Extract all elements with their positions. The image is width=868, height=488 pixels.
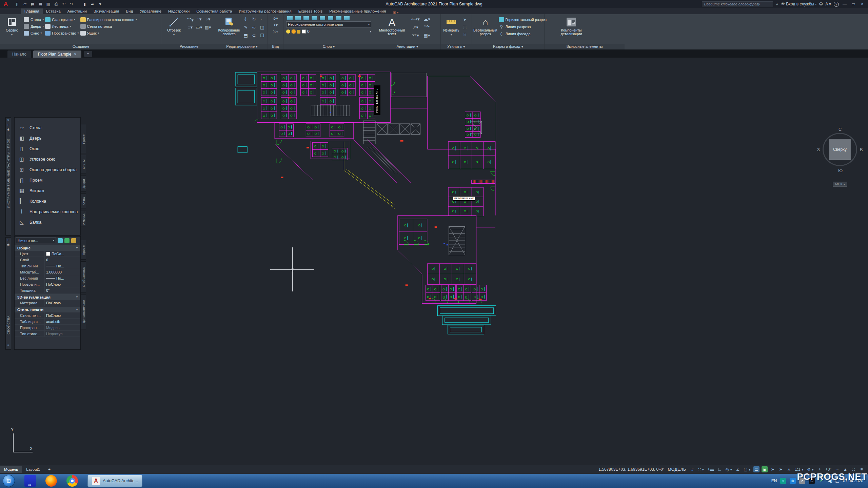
tool-door-window-assembly[interactable]: ⊞Оконно-дверная сборка <box>15 164 80 175</box>
tab-model[interactable]: Модель <box>0 466 22 473</box>
measure-button[interactable]: Измерить▾ <box>442 15 460 44</box>
palette-tab-проект[interactable]: Проект <box>81 124 86 153</box>
property-value[interactable]: 1.000000 <box>44 269 80 275</box>
dynamic-ucs-icon[interactable]: ⋏ <box>786 466 792 472</box>
property-value[interactable]: ПоСлою <box>44 300 80 306</box>
revision-cloud-icon[interactable]: ☁▾ <box>421 17 433 25</box>
tool-window[interactable]: ▯Окно <box>15 143 80 154</box>
panel-annotation-label[interactable]: Аннотации ▾ <box>374 44 440 49</box>
ribbon-tab-6[interactable]: Управление <box>136 8 165 14</box>
property-value[interactable]: ПоСлою <box>44 281 80 287</box>
section-header[interactable]: Общие▾ <box>15 245 80 251</box>
hatch-icon[interactable]: ▨▾ <box>203 25 212 33</box>
save-as-icon[interactable]: ▤ <box>38 1 43 7</box>
rectangle-icon[interactable]: ▭▾ <box>195 25 203 33</box>
leader-icon[interactable]: ↗▾ <box>410 25 421 33</box>
layer-on-icon[interactable] <box>319 16 326 20</box>
create-item-лестница[interactable]: Лестница▾ <box>45 23 79 29</box>
transparency-icon[interactable]: ▣ <box>762 466 768 472</box>
create-item-сетка-потолка[interactable]: Сетка потолка <box>80 23 137 29</box>
dimension-icon[interactable]: ⟷▾ <box>410 17 421 25</box>
viewcube-north-label[interactable]: С <box>839 127 842 132</box>
points-icon[interactable]: ∴▾ <box>195 17 203 25</box>
array-icon[interactable]: ❏ <box>258 33 266 41</box>
property-value[interactable]: Модель <box>44 325 80 330</box>
tool-custom-column[interactable]: ⅠНастраиваемая колонна <box>15 206 80 217</box>
ribbon-tab-3[interactable]: Аннотации <box>64 8 90 14</box>
polar-tracking-icon[interactable]: ◎ ▾ <box>725 466 733 472</box>
ribbon-minimize-icon[interactable]: ▣ ▾ <box>393 11 398 14</box>
palette-tab-угловы-[interactable]: Угловы... <box>81 210 86 226</box>
grid-icon[interactable]: # <box>689 466 695 472</box>
property-row[interactable]: Тип линийПо... <box>15 263 80 269</box>
view-cube-icon[interactable]: ⬙▾ <box>272 15 279 21</box>
undo-icon[interactable]: ↶ <box>61 1 67 7</box>
close-icon[interactable]: × <box>7 118 9 123</box>
panel-layers-label[interactable]: Слои ▾ <box>283 44 374 49</box>
start-button[interactable]: ⊞ <box>3 475 15 487</box>
selection-cycling-icon[interactable]: ➤ <box>770 466 776 472</box>
property-value[interactable]: ПоСл... <box>44 251 80 257</box>
property-row[interactable]: МатериалПоСлою <box>15 300 80 306</box>
tab-start[interactable]: Начало <box>7 50 31 58</box>
autocad-logo-icon[interactable]: A <box>2 1 9 7</box>
tool-opening[interactable]: ∏Проем <box>15 175 80 185</box>
create-item-стена[interactable]: Стена▾ <box>24 17 44 22</box>
match-properties-icon[interactable]: ▮ <box>82 1 87 7</box>
palette-tab-окна[interactable]: Окна <box>81 194 86 208</box>
qat-dropdown-icon[interactable]: ▾ <box>97 1 103 7</box>
layer-sun-icon[interactable] <box>292 29 296 34</box>
selection-dropdown[interactable]: Ничего не...▾ <box>16 238 56 243</box>
firefox-icon[interactable] <box>45 475 57 487</box>
layer-state-dropdown[interactable]: Несохраненное состояние слоя▾ <box>286 21 371 27</box>
vertical-section-button[interactable]: ⌂ Вертикальный разрез <box>473 15 497 44</box>
property-row[interactable]: Таблица с...acad.stb <box>15 319 80 325</box>
properties-gear-icon[interactable]: ✱ <box>7 243 9 248</box>
drawing-canvas[interactable]: PRINTER ISLANDPRINTER ISLAND С З В Ю Све… <box>0 58 868 474</box>
snap-icon[interactable]: ∷ ▾ <box>697 466 705 472</box>
property-row[interactable]: Простран...Модель <box>15 325 80 331</box>
open-web-icon[interactable]: ▥ <box>45 1 51 7</box>
layer-off-icon[interactable] <box>295 16 301 20</box>
property-value[interactable]: Недоступ... <box>44 331 80 337</box>
layer-unlock-icon[interactable] <box>297 30 300 34</box>
ribbon-tab-10[interactable]: Express Tools <box>295 8 326 14</box>
tab-layout1[interactable]: Layout1 <box>22 466 44 473</box>
palette-display-icon[interactable]: ⌗ <box>7 343 9 348</box>
model-space-badge[interactable]: МОДЕЛЬ <box>668 467 686 472</box>
tool-beam[interactable]: ◺Балка <box>15 217 80 227</box>
layer-freeze-icon[interactable] <box>311 16 317 20</box>
search-icon[interactable]: ⌕ <box>776 2 778 6</box>
property-row[interactable]: Вес линийПо... <box>15 275 80 281</box>
viewcube-west-label[interactable]: З <box>817 147 820 152</box>
fillet-icon[interactable]: ⌐ <box>258 17 266 25</box>
property-value[interactable]: По... <box>44 275 80 281</box>
panel-draw-label[interactable]: Рисование <box>162 44 216 49</box>
osnap-icon[interactable]: ▢ ▾ <box>743 466 751 472</box>
eset-tray-icon[interactable]: e <box>780 478 786 484</box>
circle-icon[interactable]: ◔▾ <box>203 17 212 25</box>
new-layout-button[interactable]: + <box>44 466 55 473</box>
panel-view-label[interactable]: Вид <box>268 44 283 49</box>
new-tab-button[interactable]: + <box>84 51 92 57</box>
tab-drawing[interactable]: Floor Plan Sample × <box>33 50 81 58</box>
property-row[interactable]: ЦветПоСл... <box>15 251 80 257</box>
close-button[interactable]: × <box>859 2 865 6</box>
ucs-dropdown[interactable]: МСК ▾ <box>833 182 847 187</box>
erase-icon[interactable]: ✎ <box>242 25 250 33</box>
palette-tab-стены[interactable]: Стены <box>81 155 86 174</box>
ribbon-tab-8[interactable]: Совместная работа <box>193 8 235 14</box>
create-item-расширенная-сетка-колонн[interactable]: Расширенная сетка колонн▾ <box>80 17 137 22</box>
autocad-task-button[interactable]: A AutoCAD Archite... <box>87 475 142 487</box>
move-icon[interactable]: ✢ <box>242 17 250 25</box>
tool-wall[interactable]: ▱Стена <box>15 122 80 133</box>
ribbon-tab-7[interactable]: Надстройки <box>165 8 193 14</box>
tool-curtain-wall[interactable]: ▦Витраж <box>15 185 80 196</box>
panel-details-label[interactable]: Выносные элементы <box>545 44 625 49</box>
layer-prev-icon[interactable] <box>336 16 342 20</box>
text-style-icon[interactable]: ⁰⁹ᴬ▾ <box>421 25 433 33</box>
plot-icon[interactable]: ⎙ <box>53 1 59 7</box>
tool-column[interactable]: ▎Колонна <box>15 196 80 206</box>
minimize-button[interactable]: — <box>842 2 848 6</box>
quick-select-icon[interactable] <box>58 238 63 243</box>
